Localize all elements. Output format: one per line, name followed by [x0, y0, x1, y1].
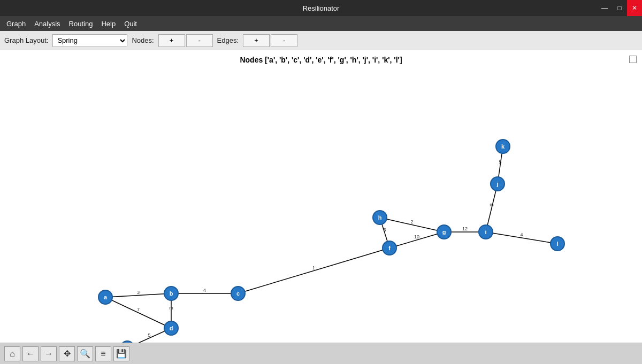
graph-node[interactable]: l [551, 237, 564, 251]
edges-controls: + - [243, 34, 297, 47]
menu-quit[interactable]: Quit [120, 18, 141, 30]
checkbox[interactable] [629, 56, 637, 63]
nodes-display-label: Nodes ['a', 'b', 'c', 'd', 'e', 'f', 'g'… [240, 56, 402, 64]
bottom-toolbar: ⌂ ← → ✥ 🔍 ≡ 💾 [0, 343, 642, 364]
filter-button[interactable]: ≡ [95, 346, 111, 361]
titlebar-title: Resilionator [303, 4, 340, 12]
edge [105, 297, 171, 328]
titlebar: Resilionator — □ ✕ [0, 0, 642, 16]
layout-select[interactable]: Spring Circular Random Spectral [52, 34, 127, 47]
edge [238, 248, 389, 293]
graph-node[interactable]: c [231, 286, 245, 300]
graph-node[interactable]: f [383, 241, 396, 255]
canvas-area[interactable]: Nodes ['a', 'b', 'c', 'd', 'e', 'f', 'g'… [0, 50, 642, 343]
move-button[interactable]: ✥ [59, 346, 75, 361]
edge-label: 2 [410, 219, 413, 224]
save-button[interactable]: 💾 [113, 346, 129, 361]
edge-label: 7 [137, 307, 140, 312]
back-button[interactable]: ← [22, 346, 39, 361]
node-label: g [442, 229, 446, 235]
node-label: f [388, 245, 391, 251]
node-label: j [496, 181, 498, 187]
layout-label: Graph Layout: [4, 36, 48, 44]
minimize-button[interactable]: — [597, 0, 612, 16]
node-label: l [556, 241, 558, 247]
nodes-add-button[interactable]: + [158, 34, 185, 47]
menu-routing[interactable]: Routing [65, 18, 97, 30]
edge-label: 3 [137, 290, 140, 295]
graph-node[interactable]: g [437, 225, 451, 239]
edge-label: m [169, 305, 173, 311]
graph-node[interactable]: e [120, 341, 134, 343]
node-label: k [501, 143, 505, 150]
node-label: i [485, 229, 486, 235]
graph-node[interactable]: j [491, 177, 505, 191]
graph-node[interactable]: d [164, 321, 178, 335]
menu-help[interactable]: Help [97, 18, 120, 30]
maximize-button[interactable]: □ [612, 0, 627, 16]
graph-node[interactable]: h [373, 211, 387, 224]
edge-label: 4 [520, 232, 523, 237]
edges-add-button[interactable]: + [243, 34, 270, 47]
edge-label: 12 [462, 226, 468, 231]
node-label: b [170, 290, 173, 297]
forward-button[interactable]: → [41, 346, 57, 361]
graph-node[interactable]: k [496, 140, 510, 153]
svg-point-4 [120, 341, 134, 343]
nodes-remove-button[interactable]: - [186, 34, 213, 47]
menu-graph[interactable]: Graph [2, 18, 30, 30]
edges-label: Edges: [217, 36, 239, 44]
edge-label: 5 [148, 332, 150, 338]
edge-label: 10 [414, 234, 419, 239]
toolbar: Graph Layout: Spring Circular Random Spe… [0, 31, 642, 50]
graph-svg[interactable]: 347m5110212m545abcdefghijkl [0, 50, 642, 343]
edges-remove-button[interactable]: - [271, 34, 297, 47]
node-label: d [170, 325, 173, 331]
nodes-label: Nodes: [132, 36, 154, 44]
home-button[interactable]: ⌂ [4, 346, 20, 361]
edge-label: 5 [499, 159, 501, 165]
graph-node[interactable]: b [164, 286, 178, 300]
graph-node[interactable]: i [479, 225, 493, 239]
node-label: c [236, 290, 240, 297]
menubar: Graph Analysis Routing Help Quit [0, 16, 642, 31]
search-button[interactable]: 🔍 [77, 346, 93, 361]
edge-label: m [490, 202, 494, 207]
graph-node[interactable]: a [98, 290, 112, 304]
edge-label: 5 [383, 227, 386, 233]
close-button[interactable]: ✕ [627, 0, 642, 16]
edge-label: 4 [203, 288, 206, 293]
node-label: a [104, 294, 108, 300]
node-label: h [378, 214, 382, 221]
menu-analysis[interactable]: Analysis [30, 18, 64, 30]
titlebar-controls: — □ ✕ [597, 0, 642, 16]
edge-label: 1 [312, 265, 315, 270]
nodes-controls: + - [158, 34, 213, 47]
